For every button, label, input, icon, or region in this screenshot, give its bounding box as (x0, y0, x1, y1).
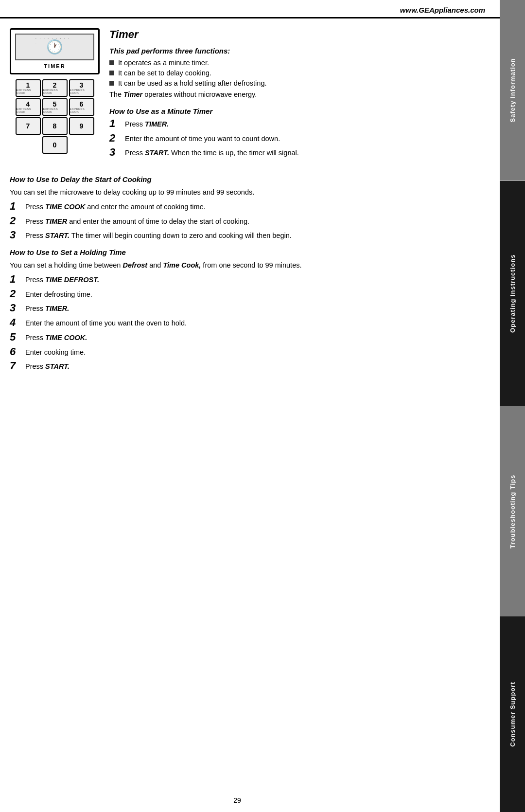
step-num-2-2: 2 (10, 216, 20, 226)
bullet-1: It operates as a minute timer. (109, 59, 485, 67)
step-num-3-3: 3 (10, 303, 20, 313)
step-num-3-5: 5 (10, 332, 20, 343)
delay-intro: You can set the microwave to delay cooki… (10, 187, 485, 198)
tab-safety[interactable]: Safety Information (500, 0, 525, 181)
step-text-3-7: Press START. (25, 361, 485, 372)
step-2-1: 1 Press TIME COOK and enter the amount o… (10, 202, 485, 213)
key-0[interactable]: 0 (42, 136, 68, 154)
step-num-3-1: 1 (10, 274, 20, 285)
step-text-3-4: Enter the amount of time you want the ov… (25, 318, 485, 329)
step-3-6: 6 Enter cooking time. (10, 347, 485, 358)
step-3-3: 3 Press TIMER. (10, 304, 485, 314)
tab-consumer[interactable]: Consumer Support (500, 616, 525, 812)
steps-minute-timer: 1 Press TIMER. 2 Enter the amount of tim… (109, 119, 485, 159)
page-footer: 29 (0, 796, 474, 804)
keypad-screen: · · · · · · · · · · 🕐 (15, 34, 94, 60)
key-7[interactable]: 7 (16, 117, 41, 135)
bullet-sq-2 (109, 71, 114, 75)
subsection-title-3: How to Use to Set a Holding Time (10, 248, 485, 256)
step-num-2-1: 1 (10, 201, 20, 212)
step-2-3: 3 Press START. The timer will begin coun… (10, 231, 485, 241)
main-content: www.GEAppliances.com · · · · · · · · · ·… (0, 0, 500, 812)
keypad-grid: 1 EXPRESS COOK 2 EXPRESS COOK 3 EXPRESS … (10, 79, 100, 154)
key-1[interactable]: 1 EXPRESS COOK (16, 79, 41, 97)
step-1-1: 1 Press TIMER. (109, 119, 485, 130)
bullet-sq-1 (109, 60, 114, 65)
key-3[interactable]: 3 EXPRESS COOK (69, 79, 94, 97)
url-bar: www.GEAppliances.com (0, 0, 500, 18)
key-row-4: 0 (10, 136, 100, 154)
bullet-text-2: It can be set to delay cooking. (118, 69, 211, 77)
step-3-5: 5 Press TIME COOK. (10, 333, 485, 343)
key-5[interactable]: 5 EXPRESS COOK (42, 98, 68, 116)
steps-holding: 1 Press TIME DEFROST. 2 Enter defrosting… (10, 275, 485, 372)
step-text-3-6: Enter cooking time. (25, 347, 485, 358)
timer-label: TIMER (44, 63, 65, 69)
step-text-3-1: Press TIME DEFROST. (25, 275, 485, 286)
tab-operating[interactable]: Operating Instructions (500, 181, 525, 406)
keypad-area: · · · · · · · · · · 🕐 TIMER 1 EXPRESS CO… (10, 28, 100, 163)
full-text-section: How to Use to Delay the Start of Cooking… (0, 175, 500, 372)
holding-intro: You can set a holding time between Defro… (10, 260, 485, 271)
step-num-3-4: 4 (10, 317, 20, 328)
step-text-1-3: Press START. When the time is up, the ti… (125, 148, 485, 159)
intro-heading: This pad performs three functions: (109, 47, 485, 55)
key-9[interactable]: 9 (69, 117, 94, 135)
page-number: 29 (233, 796, 241, 804)
subsection-title-1: How to Use as a Minute Timer (109, 107, 485, 115)
step-3-2: 2 Enter defrosting time. (10, 289, 485, 300)
content-row: · · · · · · · · · · 🕐 TIMER 1 EXPRESS CO… (0, 18, 500, 168)
bullet-text-1: It operates as a minute timer. (118, 59, 209, 67)
timer-note: The Timer operates without microwave ene… (109, 90, 485, 100)
step-text-1-2: Enter the amount of time you want to cou… (125, 134, 485, 144)
bullet-3: It can be used as a hold setting after d… (109, 79, 485, 87)
bullet-text-3: It can be used as a hold setting after d… (118, 79, 267, 87)
step-num-3-6: 6 (10, 346, 20, 357)
step-num-1-3: 3 (109, 147, 120, 158)
tab-safety-label: Safety Information (509, 58, 516, 123)
step-num-3-2: 2 (10, 289, 20, 299)
step-3-1: 1 Press TIME DEFROST. (10, 275, 485, 286)
section-title: Timer (109, 28, 485, 41)
subsection-title-2: How to Use to Delay the Start of Cooking (10, 175, 485, 183)
tab-operating-label: Operating Instructions (509, 254, 516, 332)
step-2-2: 2 Press TIMER and enter the amount of ti… (10, 217, 485, 227)
step-3-7: 7 Press START. (10, 361, 485, 372)
step-num-2-3: 3 (10, 230, 20, 240)
bullet-2: It can be set to delay cooking. (109, 69, 485, 77)
key-2[interactable]: 2 EXPRESS COOK (42, 79, 68, 97)
step-text-3-3: Press TIMER. (25, 304, 485, 314)
keypad-display: · · · · · · · · · · 🕐 TIMER (10, 28, 100, 74)
step-num-1-2: 2 (109, 133, 120, 144)
key-row-1: 1 EXPRESS COOK 2 EXPRESS COOK 3 EXPRESS … (10, 79, 100, 97)
key-8[interactable]: 8 (42, 117, 68, 135)
key-6[interactable]: 6 EXPRESS COOK (69, 98, 94, 116)
step-text-3-5: Press TIME COOK. (25, 333, 485, 343)
right-tab-bar: Safety Information Operating Instruction… (500, 0, 525, 812)
step-1-2: 2 Enter the amount of time you want to c… (109, 134, 485, 144)
step-3-4: 4 Enter the amount of time you want the … (10, 318, 485, 329)
key-row-2: 4 EXPRESS COOK 5 EXPRESS COOK 6 EXPRESS … (10, 98, 100, 116)
key-4[interactable]: 4 EXPRESS COOK (16, 98, 41, 116)
bullet-sq-3 (109, 81, 114, 86)
tab-troubleshooting-label: Troubleshooting Tips (509, 474, 516, 548)
step-text-1-1: Press TIMER. (125, 119, 485, 130)
key-row-3: 7 8 9 (10, 117, 100, 135)
step-text-2-1: Press TIME COOK and enter the amount of … (25, 202, 485, 213)
step-num-1-1: 1 (109, 118, 120, 129)
clock-dots: · · · · · · · · · · (35, 36, 74, 45)
text-content: Timer This pad performs three functions:… (109, 28, 485, 163)
step-num-3-7: 7 (10, 361, 20, 371)
tab-consumer-label: Consumer Support (509, 682, 516, 747)
step-text-3-2: Enter defrosting time. (25, 289, 485, 300)
step-text-2-3: Press START. The timer will begin counti… (25, 231, 485, 241)
website-url: www.GEAppliances.com (400, 6, 485, 14)
step-1-3: 3 Press START. When the time is up, the … (109, 148, 485, 159)
tab-troubleshooting[interactable]: Troubleshooting Tips (500, 406, 525, 617)
step-text-2-2: Press TIMER and enter the amount of time… (25, 217, 485, 227)
steps-delay: 1 Press TIME COOK and enter the amount o… (10, 202, 485, 241)
